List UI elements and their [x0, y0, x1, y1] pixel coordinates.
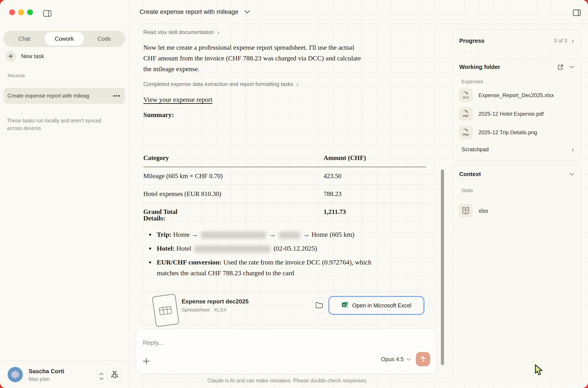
sidebar-item-task[interactable]: Create expense report with mileag •••	[4, 88, 125, 104]
bullet-text: → Home (605 km)	[303, 231, 354, 238]
tool-step-label: Completed expense data extraction and re…	[143, 81, 293, 87]
user-account[interactable]: Sascha Corti Max plan	[8, 367, 64, 383]
debug-button[interactable]	[107, 368, 122, 382]
cell-category: Grand Total	[143, 203, 324, 221]
reply-composer[interactable]: Reply... Opus 4.5	[136, 328, 436, 374]
task-title-dropdown[interactable]: Create expense report with mileage	[139, 0, 250, 24]
paragraph-line: the mileage expense.	[143, 65, 200, 73]
window-controls	[9, 9, 33, 15]
redacted-text	[194, 245, 271, 253]
new-task-button[interactable]: New task	[5, 51, 44, 62]
recents-heading: Recents	[8, 73, 25, 78]
png-file-icon: PNG	[459, 125, 473, 139]
artifact-card[interactable]: Expense report dec2025 Spreadsheet · XLS…	[141, 292, 430, 325]
skill-row-xlsx[interactable]: xlsx	[459, 204, 488, 218]
context-card: Context Skills xlsx	[452, 164, 581, 380]
progress-card[interactable]: Progress 3 of 3 ›	[452, 29, 581, 52]
spreadsheet-file-icon	[151, 293, 180, 329]
bullet-text: Hotel	[176, 244, 191, 252]
file-row-xlsx[interactable]: XLS Expense_Report_Dec2025.xlsx	[459, 88, 574, 102]
mode-switcher: Chat Cowork Code	[3, 31, 125, 47]
chevron-down-icon	[407, 358, 411, 361]
working-folder-card: Working folder Expenses XLS Expense_Repo…	[452, 59, 581, 161]
sidebar: Chat Cowork Code New task Recents Create…	[0, 0, 129, 388]
list-item-trip: Trip: Home → → → Home (605 km)	[143, 229, 421, 240]
file-row-png[interactable]: PNG 2025-12 Trip Details.png	[459, 125, 574, 139]
send-button[interactable]	[416, 352, 430, 366]
scratchpad-label: Scratchpad	[461, 146, 488, 153]
chevron-right-icon: ›	[296, 81, 299, 87]
tool-step-read-docs[interactable]: Read xlsx skill documentation ›	[143, 29, 219, 35]
folder-icon	[315, 302, 323, 309]
book-icon	[459, 204, 473, 218]
summary-heading: Summary:	[143, 111, 174, 119]
artifact-subtitle: Spreadsheet · XLSX	[181, 307, 227, 313]
bullet-label: EUR/CHF conversion:	[157, 258, 222, 266]
task-options-icon[interactable]: •••	[113, 95, 121, 97]
bullet-text: matches the actual CHF 788.23 charged to…	[157, 269, 294, 277]
file-row-pdf[interactable]: PDF 2025-12 Hotel Expense.pdf	[459, 107, 574, 121]
cell-amount: 788.23	[324, 185, 426, 203]
progress-count: 3 of 3	[554, 38, 567, 44]
cell-category: Hotel expenses (EUR 810.30)	[143, 185, 324, 203]
model-selector[interactable]: Opus 4.5	[381, 356, 411, 363]
bullet-text: (02-05.12.2025)	[273, 244, 317, 252]
task-title: Create expense report with mileag	[7, 93, 113, 99]
chevron-right-icon: ›	[572, 38, 574, 43]
redacted-text	[279, 232, 300, 239]
svg-text:PNG: PNG	[463, 133, 469, 136]
scratchpad-row[interactable]: Scratchpad ›	[461, 145, 574, 154]
open-external-icon[interactable]	[557, 64, 563, 70]
reply-input[interactable]: Reply...	[143, 339, 164, 346]
open-in-excel-label: Open in Microsoft Excel	[352, 302, 411, 309]
pdf-file-icon: PDF	[459, 107, 473, 121]
skills-label: Skills	[461, 188, 473, 194]
user-plan: Max plan	[29, 376, 64, 382]
list-item-hotel: Hotel: Hotel (02-05.12.2025)	[143, 243, 421, 254]
assistant-paragraph: Now let me create a professional expense…	[143, 42, 361, 74]
context-title: Context	[459, 171, 481, 178]
arrow-up-icon	[420, 356, 426, 363]
bullet-text: Home →	[173, 231, 198, 238]
open-in-excel-button[interactable]: X Open in Microsoft Excel	[330, 297, 423, 314]
right-panel-toggle-icon[interactable]	[573, 9, 581, 17]
xls-file-icon: XLS	[459, 88, 473, 102]
file-name: 2025-12 Trip Details.png	[479, 129, 537, 136]
tool-step-completed-tasks[interactable]: Completed expense data extraction and re…	[143, 81, 299, 87]
zoom-window-button[interactable]	[27, 9, 33, 15]
progress-title: Progress	[459, 37, 485, 44]
sidebar-toggle-icon[interactable]	[43, 10, 51, 18]
close-window-button[interactable]	[9, 9, 15, 15]
chevron-down-icon[interactable]	[569, 172, 574, 176]
app-window: Chat Cowork Code New task Recents Create…	[0, 0, 588, 388]
new-task-label: New task	[21, 53, 44, 60]
file-name: 2025-12 Hotel Expense.pdf	[479, 111, 544, 117]
user-name: Sascha Corti	[29, 368, 64, 375]
minimize-window-button[interactable]	[18, 9, 24, 15]
expense-report-link[interactable]: View your expense report	[143, 96, 212, 103]
bullet-label: Trip:	[157, 231, 172, 238]
avatar	[8, 367, 23, 383]
file-name: Expense_Report_Dec2025.xlsx	[479, 92, 554, 98]
bullet-text: →	[269, 231, 276, 238]
tab-cowork[interactable]: Cowork	[44, 32, 84, 46]
column-header-amount: Amount (CHF)	[324, 149, 426, 167]
chevron-down-icon[interactable]	[569, 65, 574, 69]
redacted-text	[201, 232, 266, 239]
scrollbar[interactable]	[441, 170, 444, 365]
chevron-right-icon: ›	[217, 29, 219, 35]
paragraph-line: Now let me create a professional expense…	[143, 44, 355, 51]
bug-icon	[111, 370, 118, 380]
tab-code[interactable]: Code	[84, 32, 124, 46]
tab-chat[interactable]: Chat	[4, 32, 44, 46]
chevron-right-icon: ›	[572, 147, 574, 152]
attach-button[interactable]	[142, 357, 150, 366]
main-header: Create expense report with mileage	[129, 0, 588, 24]
reveal-in-folder-button[interactable]	[313, 298, 325, 313]
svg-text:PDF: PDF	[463, 114, 469, 118]
account-switcher-icon[interactable]	[99, 372, 104, 382]
mouse-cursor	[535, 364, 543, 377]
working-folder-title: Working folder	[459, 64, 500, 71]
table-row-total: Grand Total 1,211.73	[143, 203, 426, 221]
table-row: Hotel expenses (EUR 810.30) 788.23	[143, 185, 426, 203]
